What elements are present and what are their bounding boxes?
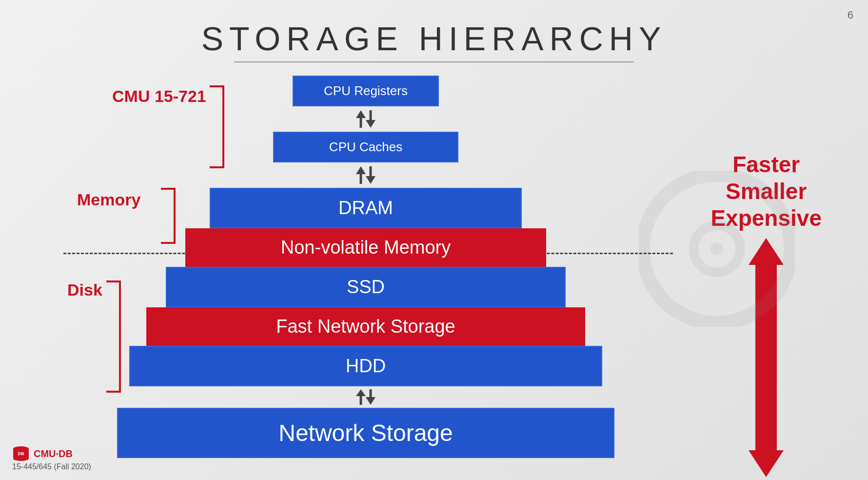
nvm-block: Non-volatile Memory: [185, 228, 546, 267]
cpu-registers-block: CPU Registers: [293, 76, 439, 106]
slide-number: 6: [848, 9, 853, 21]
network-storage-block: Network Storage: [117, 408, 614, 458]
svg-marker-13: [366, 397, 375, 405]
title-area: STORAGE HIERARCHY: [0, 0, 868, 62]
svg-marker-11: [356, 389, 366, 396]
arrow-hdd-ns: [351, 386, 380, 408]
slide: 6 STORAGE HIERARCHY FasterSmallerExpensi…: [0, 0, 868, 480]
fast-network-storage-block: Fast Network Storage: [146, 307, 585, 346]
svg-point-17: [13, 456, 29, 461]
bidirectional-arrow-3-icon: [351, 386, 380, 408]
blocks-container: CPU Registers CPU Caches DRAM: [132, 76, 600, 458]
cpu-caches-block: CPU Caches: [273, 132, 458, 162]
background-disk-icon: [639, 171, 795, 327]
svg-marker-7: [356, 166, 366, 174]
svg-point-16: [13, 446, 29, 451]
disk-label: Disk: [67, 280, 102, 300]
hdd-block: HDD: [129, 346, 602, 386]
logo-text: CMU·DB: [34, 448, 73, 460]
svg-point-2: [710, 242, 723, 255]
svg-text:DB: DB: [18, 451, 24, 456]
disk-bracket: [106, 280, 121, 393]
bottom-logo: DB CMU·DB 15-445/645 (Fall 2020): [12, 445, 91, 471]
cmudb-logo-icon: DB: [12, 445, 30, 462]
arrow-head-down-icon: [749, 450, 784, 477]
ssd-block: SSD: [166, 267, 566, 307]
dram-block: DRAM: [210, 188, 522, 228]
arrow-cache-dram: [351, 162, 380, 188]
svg-marker-9: [366, 176, 375, 184]
bidirectional-arrow-2-icon: [351, 162, 380, 188]
arrow-reg-cache: [351, 106, 380, 132]
slide-title: STORAGE HIERARCHY: [0, 20, 868, 58]
svg-marker-5: [366, 120, 375, 128]
title-underline: [234, 61, 634, 62]
course-label: 15-445/645 (Fall 2020): [12, 462, 91, 471]
bidirectional-arrow-icon: [351, 106, 380, 132]
memory-label: Memory: [77, 190, 140, 209]
svg-marker-3: [356, 110, 366, 118]
